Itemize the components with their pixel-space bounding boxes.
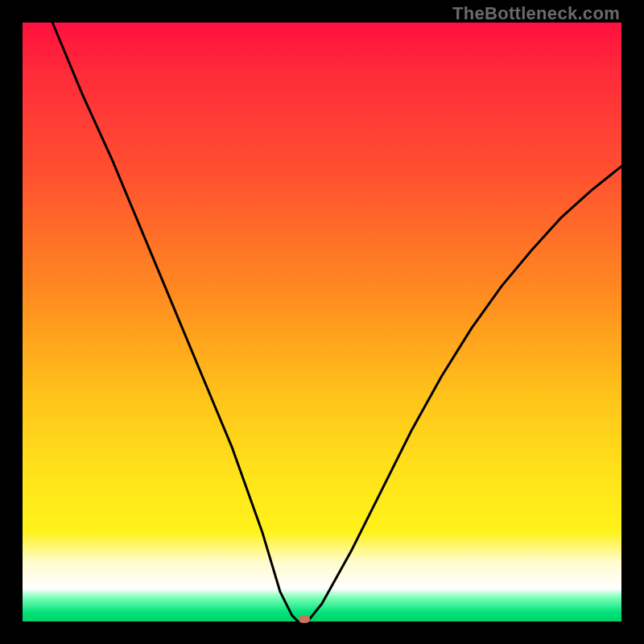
plot-area: [23, 23, 621, 621]
bottleneck-curve: [23, 23, 621, 621]
chart-frame: TheBottleneck.com: [0, 0, 644, 644]
minimum-marker: [299, 615, 310, 623]
attribution-label: TheBottleneck.com: [452, 3, 620, 24]
